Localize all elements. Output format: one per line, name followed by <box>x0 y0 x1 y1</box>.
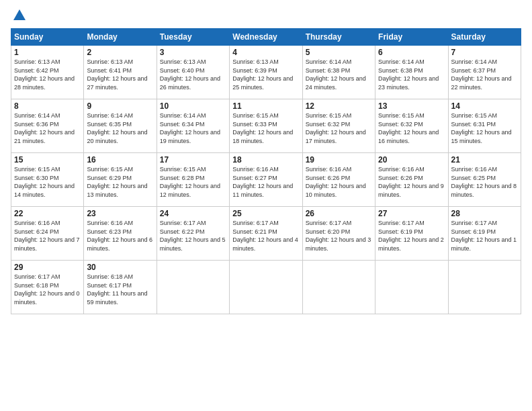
calendar-cell <box>302 261 375 314</box>
calendar-cell: 1Sunrise: 6:13 AMSunset: 6:42 PMDaylight… <box>11 46 84 99</box>
day-info: Sunrise: 6:17 AMSunset: 6:18 PMDaylight:… <box>14 273 81 306</box>
day-info: Sunrise: 6:16 AMSunset: 6:26 PMDaylight:… <box>378 165 445 199</box>
week-row-2: 8Sunrise: 6:14 AMSunset: 6:36 PMDaylight… <box>11 99 521 153</box>
day-number: 25 <box>232 209 299 218</box>
calendar-cell: 21Sunrise: 6:16 AMSunset: 6:25 PMDayligh… <box>448 153 521 207</box>
day-info: Sunrise: 6:15 AMSunset: 6:32 PMDaylight:… <box>378 111 445 145</box>
day-info: Sunrise: 6:14 AMSunset: 6:37 PMDaylight:… <box>451 58 518 91</box>
calendar-cell: 29Sunrise: 6:17 AMSunset: 6:18 PMDayligh… <box>11 261 84 314</box>
day-number: 7 <box>451 48 518 57</box>
day-number: 15 <box>14 155 81 165</box>
calendar-cell: 18Sunrise: 6:16 AMSunset: 6:27 PMDayligh… <box>230 153 302 207</box>
day-info: Sunrise: 6:17 AMSunset: 6:19 PMDaylight:… <box>451 219 518 253</box>
day-info: Sunrise: 6:14 AMSunset: 6:35 PMDaylight:… <box>87 111 153 145</box>
svg-marker-0 <box>13 9 26 20</box>
calendar-cell: 15Sunrise: 6:15 AMSunset: 6:30 PMDayligh… <box>11 153 84 207</box>
weekday-header-row: SundayMondayTuesdayWednesdayThursdayFrid… <box>11 29 521 46</box>
calendar-cell: 17Sunrise: 6:15 AMSunset: 6:28 PMDayligh… <box>157 153 229 207</box>
day-info: Sunrise: 6:15 AMSunset: 6:29 PMDaylight:… <box>87 165 153 199</box>
day-number: 29 <box>14 263 81 272</box>
day-info: Sunrise: 6:13 AMSunset: 6:39 PMDaylight:… <box>232 58 299 91</box>
weekday-header-sunday: Sunday <box>11 29 84 46</box>
day-number: 21 <box>451 155 518 165</box>
calendar-cell: 19Sunrise: 6:16 AMSunset: 6:26 PMDayligh… <box>302 153 375 207</box>
day-number: 6 <box>378 48 445 57</box>
calendar-cell: 14Sunrise: 6:15 AMSunset: 6:31 PMDayligh… <box>448 99 521 153</box>
logo-icon <box>12 8 27 23</box>
day-info: Sunrise: 6:17 AMSunset: 6:19 PMDaylight:… <box>378 219 445 253</box>
weekday-header-thursday: Thursday <box>302 29 375 46</box>
day-number: 20 <box>378 155 445 165</box>
day-number: 8 <box>14 101 81 111</box>
calendar-cell: 30Sunrise: 6:18 AMSunset: 6:17 PMDayligh… <box>84 261 157 314</box>
calendar-cell <box>230 261 302 314</box>
day-info: Sunrise: 6:14 AMSunset: 6:38 PMDaylight:… <box>306 58 372 91</box>
day-info: Sunrise: 6:16 AMSunset: 6:23 PMDaylight:… <box>87 219 153 253</box>
calendar-cell: 16Sunrise: 6:15 AMSunset: 6:29 PMDayligh… <box>84 153 157 207</box>
calendar-cell: 2Sunrise: 6:13 AMSunset: 6:41 PMDaylight… <box>84 46 157 99</box>
logo <box>11 8 27 23</box>
day-number: 22 <box>14 209 81 218</box>
day-number: 26 <box>306 209 372 218</box>
day-number: 16 <box>87 155 153 165</box>
day-number: 30 <box>87 263 153 272</box>
weekday-header-friday: Friday <box>375 29 448 46</box>
calendar-cell: 5Sunrise: 6:14 AMSunset: 6:38 PMDaylight… <box>302 46 375 99</box>
calendar-cell: 4Sunrise: 6:13 AMSunset: 6:39 PMDaylight… <box>230 46 302 99</box>
day-number: 19 <box>306 155 372 165</box>
header <box>11 8 521 23</box>
day-number: 3 <box>160 48 226 57</box>
calendar-cell <box>375 261 448 314</box>
calendar-cell: 12Sunrise: 6:15 AMSunset: 6:32 PMDayligh… <box>302 99 375 153</box>
calendar-cell: 23Sunrise: 6:16 AMSunset: 6:23 PMDayligh… <box>84 207 157 261</box>
calendar-cell: 9Sunrise: 6:14 AMSunset: 6:35 PMDaylight… <box>84 99 157 153</box>
week-row-3: 15Sunrise: 6:15 AMSunset: 6:30 PMDayligh… <box>11 153 521 207</box>
calendar-cell: 26Sunrise: 6:17 AMSunset: 6:20 PMDayligh… <box>302 207 375 261</box>
day-info: Sunrise: 6:16 AMSunset: 6:27 PMDaylight:… <box>232 165 299 199</box>
day-info: Sunrise: 6:16 AMSunset: 6:26 PMDaylight:… <box>306 165 372 199</box>
calendar-cell: 10Sunrise: 6:14 AMSunset: 6:34 PMDayligh… <box>157 99 229 153</box>
weekday-header-tuesday: Tuesday <box>157 29 229 46</box>
day-info: Sunrise: 6:16 AMSunset: 6:25 PMDaylight:… <box>451 165 518 199</box>
calendar-cell: 11Sunrise: 6:15 AMSunset: 6:33 PMDayligh… <box>230 99 302 153</box>
calendar-cell: 27Sunrise: 6:17 AMSunset: 6:19 PMDayligh… <box>375 207 448 261</box>
calendar-cell: 24Sunrise: 6:17 AMSunset: 6:22 PMDayligh… <box>157 207 229 261</box>
day-info: Sunrise: 6:17 AMSunset: 6:22 PMDaylight:… <box>160 219 226 253</box>
day-number: 5 <box>306 48 372 57</box>
calendar: SundayMondayTuesdayWednesdayThursdayFrid… <box>11 28 521 314</box>
day-info: Sunrise: 6:17 AMSunset: 6:21 PMDaylight:… <box>232 219 299 253</box>
calendar-cell: 7Sunrise: 6:14 AMSunset: 6:37 PMDaylight… <box>448 46 521 99</box>
page: SundayMondayTuesdayWednesdayThursdayFrid… <box>0 0 532 411</box>
day-number: 4 <box>232 48 299 57</box>
calendar-cell: 13Sunrise: 6:15 AMSunset: 6:32 PMDayligh… <box>375 99 448 153</box>
calendar-cell: 8Sunrise: 6:14 AMSunset: 6:36 PMDaylight… <box>11 99 84 153</box>
calendar-cell <box>448 261 521 314</box>
calendar-cell: 20Sunrise: 6:16 AMSunset: 6:26 PMDayligh… <box>375 153 448 207</box>
week-row-1: 1Sunrise: 6:13 AMSunset: 6:42 PMDaylight… <box>11 46 521 99</box>
day-info: Sunrise: 6:13 AMSunset: 6:41 PMDaylight:… <box>87 58 153 91</box>
day-number: 12 <box>306 101 372 111</box>
weekday-header-saturday: Saturday <box>448 29 521 46</box>
weekday-header-monday: Monday <box>84 29 157 46</box>
calendar-cell: 22Sunrise: 6:16 AMSunset: 6:24 PMDayligh… <box>11 207 84 261</box>
calendar-cell: 28Sunrise: 6:17 AMSunset: 6:19 PMDayligh… <box>448 207 521 261</box>
day-number: 10 <box>160 101 226 111</box>
calendar-cell: 3Sunrise: 6:13 AMSunset: 6:40 PMDaylight… <box>157 46 229 99</box>
day-number: 14 <box>451 101 518 111</box>
day-number: 1 <box>14 48 81 57</box>
day-info: Sunrise: 6:15 AMSunset: 6:30 PMDaylight:… <box>14 165 81 199</box>
day-info: Sunrise: 6:16 AMSunset: 6:24 PMDaylight:… <box>14 219 81 253</box>
day-number: 13 <box>378 101 445 111</box>
week-row-5: 29Sunrise: 6:17 AMSunset: 6:18 PMDayligh… <box>11 261 521 314</box>
day-number: 11 <box>232 101 299 111</box>
day-info: Sunrise: 6:18 AMSunset: 6:17 PMDaylight:… <box>87 273 153 306</box>
day-number: 2 <box>87 48 153 57</box>
day-info: Sunrise: 6:15 AMSunset: 6:28 PMDaylight:… <box>160 165 226 199</box>
day-info: Sunrise: 6:15 AMSunset: 6:33 PMDaylight:… <box>232 111 299 145</box>
calendar-cell: 6Sunrise: 6:14 AMSunset: 6:38 PMDaylight… <box>375 46 448 99</box>
day-info: Sunrise: 6:14 AMSunset: 6:38 PMDaylight:… <box>378 58 445 91</box>
weekday-header-wednesday: Wednesday <box>230 29 302 46</box>
day-number: 27 <box>378 209 445 218</box>
day-info: Sunrise: 6:15 AMSunset: 6:32 PMDaylight:… <box>306 111 372 145</box>
day-info: Sunrise: 6:17 AMSunset: 6:20 PMDaylight:… <box>306 219 372 253</box>
